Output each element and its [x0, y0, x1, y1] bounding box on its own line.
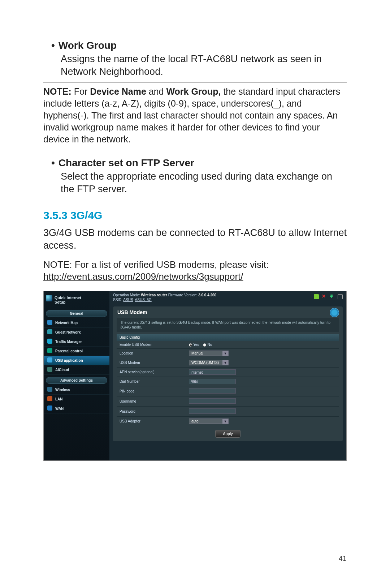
field-label: PIN code [117, 389, 189, 393]
top-bar: Operation Mode: Wireless router Firmware… [109, 291, 346, 305]
panel-description: The current 3G/4G setting is set to 3G/4… [117, 318, 339, 332]
username-input[interactable] [189, 398, 236, 404]
qis-label-2: Setup [55, 300, 66, 304]
field-label: Dial Number [117, 379, 189, 383]
note-bold-device-name: Device Name [90, 86, 146, 96]
cloud-icon [47, 367, 52, 372]
panel-title-text: USB Modem [117, 309, 147, 315]
chevron-down-icon: ▼ [222, 351, 228, 356]
radio-no[interactable] [203, 343, 206, 347]
radio-no-label: No [207, 343, 212, 347]
note-text: For [72, 86, 90, 96]
note-prefix: NOTE: [43, 86, 72, 96]
sidebar-item-label: Traffic Manager [55, 340, 82, 344]
status-icon-1[interactable] [314, 294, 319, 299]
divider [43, 149, 347, 149]
sidebar-item-traffic-manager[interactable]: Traffic Manager [44, 337, 109, 347]
top-status-icons: ✕ Ψ [314, 294, 343, 299]
divider [43, 82, 347, 83]
note-block-1: NOTE: For Device Name and Work Group, th… [43, 86, 347, 145]
row-location: Location Manual▼ [117, 349, 339, 358]
lock-icon [47, 348, 52, 353]
dial-input[interactable]: *99# [189, 379, 236, 384]
sidebar-item-usb-application[interactable]: USB application [44, 356, 109, 365]
wand-icon [46, 295, 52, 301]
back-icon[interactable] [330, 308, 339, 317]
sidebar-item-qis[interactable]: Quick Internet Setup [44, 293, 109, 308]
sidebar: Quick Internet Setup General Network Map… [44, 291, 109, 460]
sidebar-item-label: Parental control [55, 349, 83, 353]
sidebar-item-lan[interactable]: LAN [44, 395, 109, 404]
fw-label: Firmware Version: [167, 293, 198, 297]
page-footer: 41 [43, 552, 347, 563]
section-body-3g4g: 3G/4G USB modems can be connected to RT-… [43, 227, 347, 252]
note-text: and [146, 86, 166, 96]
guest-network-icon [47, 329, 52, 334]
row-password: Password [117, 407, 339, 417]
sidebar-item-label: AiCloud [55, 368, 69, 372]
support-link[interactable]: http://event.asus.com/2009/networks/3gsu… [43, 271, 243, 282]
sidebar-group-advanced: Advanced Settings [46, 377, 107, 384]
work-group-title: Work Group [51, 40, 347, 51]
field-label: Location [117, 351, 189, 355]
sidebar-item-label: Guest Network [55, 330, 81, 334]
usb-adapter-select[interactable]: auto▼ [189, 419, 229, 424]
note-text: NOTE: For a list of verified USB modems,… [43, 259, 269, 270]
apply-button[interactable]: Apply [215, 430, 240, 438]
pin-input[interactable] [189, 388, 236, 394]
chevron-down-icon: ▼ [222, 360, 228, 365]
sidebar-item-aicloud[interactable]: AiCloud [44, 365, 109, 375]
ssid-value-2[interactable]: ASUS_5G [135, 298, 152, 302]
page-number: 41 [339, 554, 347, 562]
select-value: auto [191, 419, 198, 423]
row-usb-adapter: USB Adapter auto▼ [117, 417, 339, 426]
usb-modem-select[interactable]: WCDMA (UMTS)▼ [189, 360, 229, 365]
ssid-label: SSID: [113, 298, 123, 302]
chevron-down-icon: ▼ [222, 419, 228, 424]
row-usb-modem: USB Modem WCDMA (UMTS)▼ [117, 358, 339, 368]
select-value: WCDMA (UMTS) [191, 361, 219, 365]
work-group-body: Assigns the name of the local RT-AC68U n… [61, 53, 347, 78]
sidebar-item-label: WAN [55, 407, 64, 411]
traffic-manager-icon [47, 339, 52, 344]
section-heading-3g4g: 3.5.3 3G/4G [43, 209, 347, 222]
sidebar-item-guest-network[interactable]: Guest Network [44, 328, 109, 337]
radio-yes[interactable] [189, 343, 192, 347]
ssid-value-1[interactable]: ASUS [123, 298, 133, 302]
sidebar-item-network-map[interactable]: Network Map [44, 318, 109, 328]
row-enable-usb-modem: Enable USB Modem Yes No [117, 341, 339, 349]
bullet-work-group: Work Group Assigns the name of the local… [43, 40, 347, 78]
status-icon-4[interactable] [338, 294, 343, 299]
panel-subhead: Basic Config [117, 334, 339, 341]
charset-body: Select the appropriate encoding used dur… [61, 170, 347, 196]
field-label: Enable USB Modem [117, 343, 189, 347]
usb-icon [47, 357, 52, 362]
main-area: Operation Mode: Wireless router Firmware… [109, 291, 346, 460]
row-dial-number: Dial Number *99# [117, 377, 339, 386]
charset-title: Character set on FTP Server [51, 157, 347, 169]
sidebar-item-wan[interactable]: WAN [44, 404, 109, 413]
router-admin-screenshot: Quick Internet Setup General Network Map… [43, 291, 347, 461]
bullet-charset: Character set on FTP Server Select the a… [43, 157, 347, 196]
row-pin-code: PIN code [117, 386, 339, 396]
field-label: USB Modem [117, 361, 189, 365]
op-mode-value: Wireless router [141, 293, 167, 297]
location-select[interactable]: Manual▼ [189, 351, 229, 356]
status-icon-2[interactable]: ✕ [322, 294, 327, 299]
wifi-icon [47, 387, 52, 392]
note-bold-work-group: Work Group, [166, 86, 221, 96]
usb-modem-panel: USB Modem The current 3G/4G setting is s… [113, 306, 343, 441]
network-map-icon [47, 320, 52, 325]
apn-input[interactable]: internet [189, 369, 236, 375]
sidebar-item-parental-control[interactable]: Parental control [44, 347, 109, 356]
panel-title: USB Modem [113, 306, 343, 318]
radio-yes-label: Yes [193, 343, 199, 347]
sidebar-item-wireless[interactable]: Wireless [44, 385, 109, 395]
field-label: USB Adapter [117, 419, 189, 423]
row-apn: APN service(optional) internet [117, 368, 339, 377]
select-value: Manual [191, 351, 203, 355]
password-input[interactable] [189, 408, 236, 414]
usb-status-icon[interactable]: Ψ [330, 294, 335, 299]
lan-icon [47, 396, 52, 401]
enable-radio-group: Yes No [189, 343, 339, 347]
